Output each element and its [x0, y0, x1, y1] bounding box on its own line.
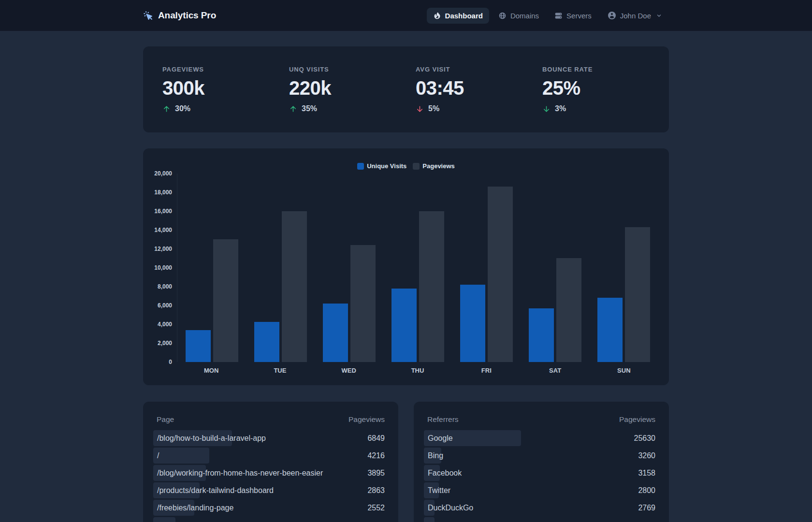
table-header: ReferrersPageviews [427, 415, 655, 424]
table-row[interactable]: /blog/beat-stress-5-ways-of-st1286 [157, 517, 385, 522]
cursor-click-icon [143, 11, 153, 21]
legend-swatch [357, 163, 364, 170]
table-row[interactable]: Google25630 [427, 430, 655, 447]
row-label: Twitter [427, 486, 450, 495]
arrow-down-icon [542, 105, 551, 113]
stat-change-value: 5% [428, 104, 439, 113]
stat-avg-visit: AVG VISIT03:455% [416, 66, 542, 113]
y-axis-tick: 0 [143, 358, 172, 366]
bar-pageviews-mon[interactable] [213, 239, 238, 362]
bar-pageviews-wed[interactable] [350, 245, 376, 362]
table-row[interactable]: DuckDuckGo2769 [427, 499, 655, 517]
table-row[interactable]: /4216 [157, 447, 385, 464]
stat-pageviews: PAGEVIEWS300k30% [162, 66, 289, 113]
bar-unique-visits-thu[interactable] [392, 289, 417, 362]
row-value: 2800 [638, 486, 655, 495]
row-value: 3260 [638, 451, 655, 460]
table-row[interactable]: /products/dark-tailwind-dashboard2863 [157, 482, 385, 499]
nav-item-servers[interactable]: Servers [548, 8, 598, 24]
stat-label: UNQ VISITS [289, 66, 416, 73]
arrow-up-icon [289, 105, 297, 113]
row-value: 3158 [638, 469, 655, 478]
table-row[interactable]: /blog/working-from-home-has-never-been-e… [157, 464, 385, 482]
x-axis-label: FRI [452, 367, 521, 374]
bar-pageviews-sat[interactable] [556, 258, 581, 362]
bar-unique-visits-wed[interactable] [323, 304, 348, 362]
x-axis-label: MON [177, 367, 246, 374]
nav-item-domains[interactable]: Domains [492, 8, 545, 24]
x-axis-label: WED [315, 367, 383, 374]
row-highlight-bar [153, 448, 209, 464]
table-rows: /blog/how-to-build-a-laravel-app6849/421… [157, 430, 385, 522]
stat-value: 03:45 [416, 77, 542, 99]
bar-unique-visits-sat[interactable] [529, 308, 554, 362]
x-axis-label: SAT [521, 367, 589, 374]
stats-card: PAGEVIEWS300k30%UNQ VISITS220k35%AVG VIS… [143, 46, 669, 132]
bar-group-fri [452, 174, 521, 362]
bar-pageviews-sun[interactable] [625, 227, 650, 362]
stat-label: AVG VISIT [416, 66, 542, 73]
legend-swatch [413, 163, 420, 170]
y-axis-tick: 6,000 [143, 302, 172, 309]
table-row[interactable]: /freebies/landing-page2552 [157, 499, 385, 517]
bar-group-thu [383, 174, 452, 362]
bar-group-wed [315, 174, 383, 362]
row-value: 4216 [367, 451, 385, 460]
row-label: Google [427, 434, 453, 443]
row-value: 2552 [367, 504, 385, 512]
y-axis-tick: 16,000 [143, 207, 172, 215]
main-content: PAGEVIEWS300k30%UNQ VISITS220k35%AVG VIS… [128, 46, 684, 522]
table-row[interactable]: Bing3260 [427, 447, 655, 464]
brand[interactable]: Analytics Pro [143, 10, 216, 21]
bar-pageviews-tue[interactable] [282, 211, 307, 362]
table-row[interactable]: Facebook3158 [427, 464, 655, 482]
table-row[interactable]: Yahoo2302 [427, 517, 655, 522]
user-menu[interactable]: John Doe [601, 7, 669, 24]
table-key-header: Referrers [427, 415, 459, 424]
bar-unique-visits-tue[interactable] [254, 322, 279, 362]
stat-change: 3% [542, 104, 669, 113]
user-name: John Doe [620, 12, 651, 20]
fire-icon [433, 12, 441, 20]
stat-value: 220k [289, 77, 416, 99]
row-label: /freebies/landing-page [157, 504, 233, 512]
nav-item-label: Domains [510, 12, 539, 20]
row-label: /blog/working-from-home-has-never-been-e… [157, 469, 323, 478]
row-value: 2769 [638, 504, 655, 512]
stat-change-value: 3% [555, 104, 566, 113]
table-row[interactable]: Twitter2800 [427, 482, 655, 499]
y-axis-tick: 10,000 [143, 264, 172, 272]
nav-item-label: Dashboard [445, 12, 483, 20]
table-row[interactable]: /blog/how-to-build-a-laravel-app6849 [157, 430, 385, 447]
table-header: PagePageviews [157, 415, 385, 424]
nav-item-label: Servers [566, 12, 592, 20]
bar-unique-visits-fri[interactable] [460, 285, 485, 362]
row-label: /blog/how-to-build-a-laravel-app [157, 434, 266, 443]
tables-section: PagePageviews/blog/how-to-build-a-larave… [143, 402, 669, 522]
stat-change-value: 35% [302, 104, 317, 113]
bar-unique-visits-sun[interactable] [597, 298, 623, 362]
x-axis-label: SUN [590, 367, 658, 374]
nav-item-dashboard[interactable]: Dashboard [427, 8, 489, 24]
stat-label: PAGEVIEWS [162, 66, 289, 73]
stat-unq-visits: UNQ VISITS220k35% [289, 66, 416, 113]
y-axis-tick: 18,000 [143, 188, 172, 196]
legend-item-unique-visits[interactable]: Unique Visits [357, 162, 406, 170]
y-axis-tick: 12,000 [143, 245, 172, 253]
chart-plot-area [177, 174, 658, 362]
legend-item-pageviews[interactable]: Pageviews [413, 162, 455, 170]
bar-pageviews-fri[interactable] [488, 187, 513, 362]
bar-pageviews-thu[interactable] [419, 211, 444, 362]
stat-value: 25% [542, 77, 669, 99]
brand-name: Analytics Pro [158, 10, 216, 21]
y-axis-tick: 8,000 [143, 283, 172, 290]
stat-change: 30% [162, 104, 289, 113]
referrers-table: ReferrersPageviewsGoogle25630Bing3260Fac… [414, 402, 669, 522]
bar-unique-visits-mon[interactable] [186, 330, 211, 362]
x-axis-label: THU [383, 367, 452, 374]
top-nav: Analytics Pro DashboardDomainsServersJoh… [0, 0, 812, 31]
bar-group-tue [246, 174, 315, 362]
chart-legend: Unique VisitsPageviews [143, 162, 669, 170]
arrow-up-icon [162, 105, 171, 113]
x-axis-label: TUE [246, 367, 314, 374]
